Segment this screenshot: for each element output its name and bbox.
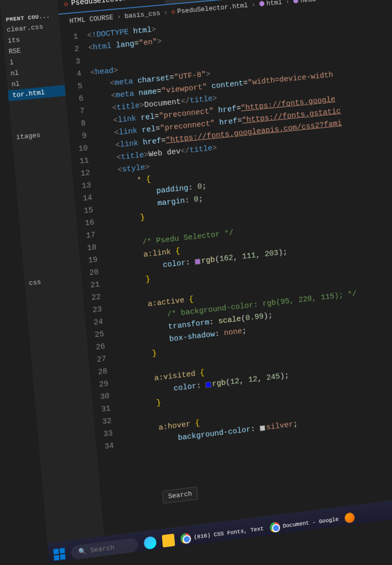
html-file-icon: ◇	[171, 7, 175, 16]
search-label: Search	[168, 490, 192, 500]
chrome-icon	[269, 521, 280, 533]
taskbar-search-input[interactable]	[90, 542, 132, 555]
breadcrumb-part[interactable]: basis_css	[124, 9, 160, 20]
chevron-icon: ›	[117, 13, 121, 21]
chevron-icon: ›	[285, 0, 290, 6]
start-button-icon[interactable]	[53, 548, 66, 561]
code-content[interactable]: <!DOCTYPE html><html lang="en"> <head> <…	[87, 3, 392, 451]
breadcrumb-part[interactable]: head	[300, 0, 316, 4]
more-icon[interactable]: •••	[0, 4, 1, 16]
taskbar-app-chrome[interactable]: Document - Google	[269, 514, 339, 533]
search-panel[interactable]: Search	[162, 487, 198, 504]
taskbar-app-label: (816) CSS Fonts, Text	[194, 525, 264, 541]
html-file-icon: ◇	[64, 0, 69, 8]
breadcrumb-part[interactable]: html	[266, 0, 282, 7]
breadcrumb-part[interactable]: HTML COURSE	[69, 13, 114, 24]
taskbar-app-chrome[interactable]: (816) CSS Fonts, Text	[180, 523, 264, 544]
taskbar-app-label: Document - Google	[283, 516, 339, 529]
taskbar-widget-icon[interactable]	[144, 536, 157, 550]
chrome-icon	[180, 533, 191, 544]
element-icon: ⬢	[259, 0, 265, 8]
code-editor[interactable]: 1234567891011121314151617181920212223242…	[60, 0, 392, 455]
taskbar-search[interactable]: 🔍	[71, 537, 138, 560]
chevron-icon: ›	[163, 8, 168, 16]
taskbar-app-firefox[interactable]	[344, 512, 355, 524]
search-icon: 🔍	[78, 547, 86, 556]
editor-main: ← → ◇ PseduSelector.html ✕ # style1.css …	[57, 0, 392, 556]
tab-label: PseduSelector.html	[71, 0, 149, 7]
taskbar-explorer-icon[interactable]	[162, 534, 175, 548]
element-icon: ⬢	[293, 0, 299, 5]
firefox-icon	[344, 512, 355, 524]
chevron-icon: ›	[251, 1, 256, 8]
